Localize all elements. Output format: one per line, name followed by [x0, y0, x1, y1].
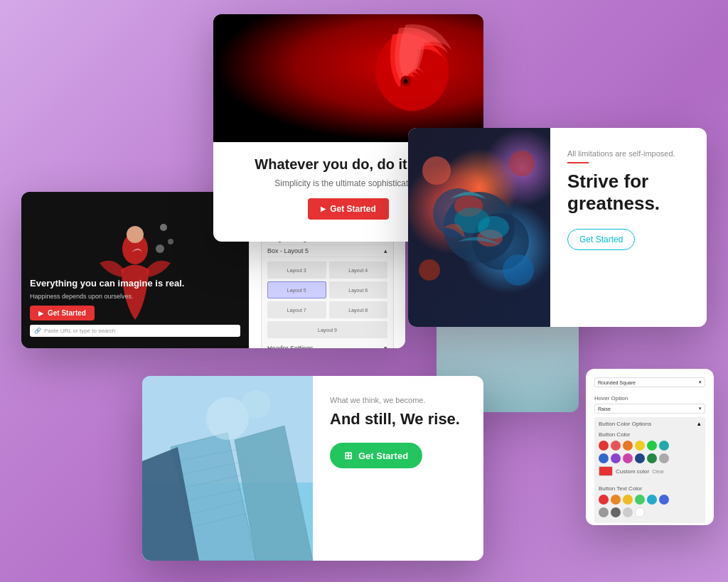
color-swatches-row2	[599, 453, 701, 463]
swatch-orange[interactable]	[623, 441, 633, 451]
greatness-sublabel: All limitations are self-imposed.	[567, 149, 690, 158]
hover-label: Hover Option	[594, 395, 705, 402]
editor-overlay-content: Everything you can imagine is real. Happ…	[30, 278, 240, 337]
svg-point-9	[478, 216, 509, 239]
clear-button[interactable]: Clear	[652, 469, 664, 474]
betta-cta-button[interactable]: Get Started	[308, 198, 389, 220]
betta-image-area	[213, 14, 483, 142]
btn-color-options-chevron-icon: ▴	[697, 420, 701, 427]
btn-color-options-section: Button Color Options ▴ Button Color Cust…	[594, 417, 705, 523]
editor-cta-button[interactable]: Get Started	[30, 306, 95, 320]
editor-headline: Everything you can imagine is real.	[30, 278, 240, 290]
btn-text-color-label: Button Text Color	[599, 485, 701, 492]
shape-select[interactable]: Rounded Square ▾	[594, 377, 705, 387]
greatness-divider	[567, 162, 589, 163]
layout-6[interactable]: Layout 6	[329, 281, 388, 298]
swatch-gray1[interactable]	[659, 453, 669, 463]
svg-point-2	[404, 78, 408, 83]
swatch-blue1[interactable]	[599, 453, 609, 463]
btn-color-label: Button Color	[599, 431, 701, 438]
text-swatch-orange[interactable]	[611, 495, 621, 505]
text-swatch-green[interactable]	[635, 495, 645, 505]
card-buildings: What we think, we become. And still, We …	[142, 376, 483, 561]
layout-4[interactable]: Layout 4	[329, 262, 388, 279]
swatch-coral[interactable]	[611, 441, 621, 451]
layout-8[interactable]: Layout 8	[329, 301, 388, 318]
svg-point-16	[127, 226, 144, 243]
greatness-headline: Strive for greatness.	[567, 171, 690, 215]
box-layout-row: Box - Layout 5 ▴	[267, 245, 387, 257]
svg-point-12	[503, 254, 534, 286]
text-color-swatches	[599, 495, 701, 505]
svg-point-13	[419, 259, 440, 281]
text-swatch-gray1[interactable]	[599, 507, 609, 517]
swatch-navy[interactable]	[635, 453, 645, 463]
greatness-image	[408, 128, 550, 327]
shape-label: Rounded Square	[598, 380, 636, 385]
text-swatch-teal[interactable]	[647, 495, 657, 505]
btn-color-options-label: Button Color Options	[599, 421, 651, 427]
greatness-text: All limitations are self-imposed. Strive…	[550, 128, 707, 271]
layout-3[interactable]: Layout 3	[267, 262, 326, 279]
buildings-background	[142, 376, 313, 561]
swatch-pink1[interactable]	[623, 453, 633, 463]
hover-chevron-icon: ▾	[699, 406, 702, 411]
layout-5[interactable]: Layout 5	[267, 281, 326, 298]
divider-1	[599, 480, 701, 481]
layout-9[interactable]: Layout 9	[267, 321, 387, 338]
buildings-headline: And still, We rise.	[330, 410, 466, 429]
layout-grid: Layout 3 Layout 4 Layout 5 Layout 6 Layo…	[267, 262, 387, 338]
card-greatness: All limitations are self-imposed. Strive…	[408, 128, 707, 327]
header-settings-row: Header Settings ▾	[267, 343, 387, 348]
card-colorpicker: Rounded Square ▾ Hover Option Raise ▾ Bu…	[586, 369, 714, 525]
svg-point-18	[168, 239, 173, 244]
editor-url-bar: 🔗 Paste URL or type to search	[30, 325, 240, 337]
box-layout-label: Box - Layout 5	[267, 247, 309, 254]
editor-subtext: Happiness depends upon ourselves.	[30, 293, 240, 300]
betta-fin-svg	[370, 21, 455, 121]
url-placeholder-text: Paste URL or type to search	[44, 328, 115, 334]
betta-fish-background	[213, 14, 483, 142]
hover-select[interactable]: Raise ▾	[594, 404, 705, 414]
link-icon: 🔗	[34, 328, 41, 334]
text-swatch-darkgray[interactable]	[611, 507, 621, 517]
text-color-swatches-2	[599, 507, 701, 517]
swatch-red[interactable]	[599, 441, 609, 451]
custom-color-row: Custom color Clear	[599, 466, 701, 476]
swatch-yellow[interactable]	[635, 441, 645, 451]
swatch-darkgreen[interactable]	[647, 453, 657, 463]
header-settings-label: Header Settings	[267, 345, 314, 348]
text-swatch-yellow[interactable]	[623, 495, 633, 505]
flowers-background	[408, 128, 550, 327]
greatness-cta-button[interactable]: Get Started	[567, 229, 635, 250]
swatch-purple1[interactable]	[611, 453, 621, 463]
text-swatch-lightgray[interactable]	[623, 507, 633, 517]
swatch-green1[interactable]	[647, 441, 657, 451]
shape-chevron-icon: ▾	[699, 379, 702, 385]
chevron-down-icon-3: ▾	[384, 345, 387, 348]
layout-7[interactable]: Layout 7	[267, 301, 326, 318]
color-swatches-row1	[599, 441, 701, 451]
svg-point-10	[422, 156, 451, 185]
shape-row: Rounded Square ▾	[594, 377, 705, 391]
custom-label: Custom color	[616, 468, 649, 475]
custom-color-preview[interactable]	[599, 466, 613, 476]
hover-value: Raise	[598, 406, 611, 411]
text-swatch-blue[interactable]	[659, 495, 669, 505]
svg-point-11	[509, 151, 535, 176]
flowers-svg	[408, 128, 550, 327]
svg-point-19	[156, 244, 164, 253]
text-swatch-white[interactable]	[635, 507, 645, 517]
buildings-svg	[142, 376, 313, 561]
buildings-sublabel: What we think, we become.	[330, 396, 466, 404]
swatch-teal1[interactable]	[659, 441, 669, 451]
btn-color-options-header: Button Color Options ▴	[599, 420, 701, 427]
chevron-up-icon: ▴	[384, 247, 387, 254]
buildings-text: What we think, we become. And still, We …	[313, 376, 483, 561]
text-swatch-red[interactable]	[599, 495, 609, 505]
svg-point-17	[160, 224, 167, 231]
svg-point-29	[242, 390, 270, 419]
buildings-image	[142, 376, 313, 561]
buildings-cta-button[interactable]: Get Started	[330, 443, 422, 468]
